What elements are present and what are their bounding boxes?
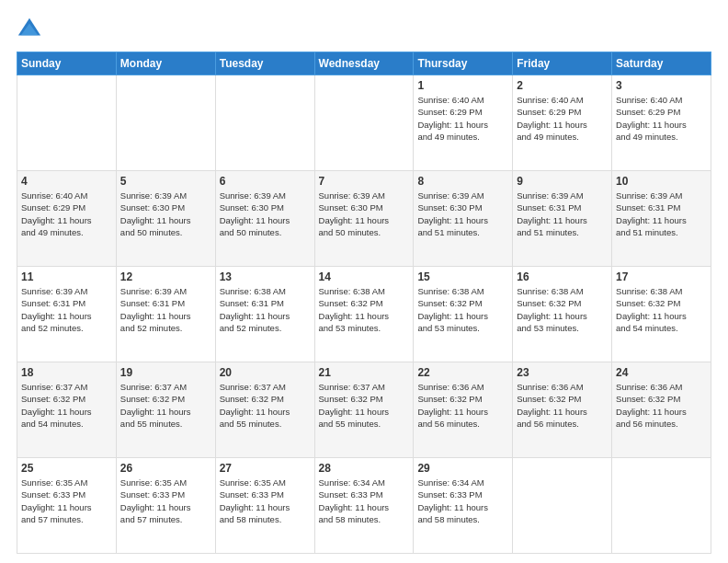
calendar-cell: 23Sunrise: 6:36 AM Sunset: 6:32 PM Dayli… (513, 362, 612, 458)
day-number: 20 (220, 366, 311, 379)
day-number: 13 (220, 270, 311, 283)
calendar-cell: 9Sunrise: 6:39 AM Sunset: 6:31 PM Daylig… (513, 171, 612, 267)
calendar-cell: 24Sunrise: 6:36 AM Sunset: 6:32 PM Dayli… (612, 362, 711, 458)
day-info: Sunrise: 6:34 AM Sunset: 6:33 PM Dayligh… (319, 477, 410, 525)
page: SundayMondayTuesdayWednesdayThursdayFrid… (0, 0, 728, 563)
calendar-cell: 5Sunrise: 6:39 AM Sunset: 6:30 PM Daylig… (116, 171, 215, 267)
day-number: 16 (517, 270, 608, 283)
day-number: 9 (517, 175, 608, 188)
day-number: 14 (319, 270, 410, 283)
day-number: 1 (417, 79, 508, 92)
day-number: 8 (417, 175, 508, 188)
day-info: Sunrise: 6:38 AM Sunset: 6:32 PM Dayligh… (616, 285, 707, 334)
day-info: Sunrise: 6:38 AM Sunset: 6:32 PM Dayligh… (417, 285, 508, 334)
day-info: Sunrise: 6:37 AM Sunset: 6:32 PM Dayligh… (220, 381, 311, 430)
day-header-thursday: Thursday (414, 52, 513, 75)
calendar-cell: 2Sunrise: 6:40 AM Sunset: 6:29 PM Daylig… (513, 75, 612, 171)
day-number: 12 (120, 270, 211, 283)
day-number: 29 (417, 462, 508, 475)
calendar-cell: 3Sunrise: 6:40 AM Sunset: 6:29 PM Daylig… (612, 75, 711, 171)
calendar-cell: 29Sunrise: 6:34 AM Sunset: 6:33 PM Dayli… (414, 458, 513, 554)
day-info: Sunrise: 6:39 AM Sunset: 6:30 PM Dayligh… (220, 190, 311, 238)
calendar-cell (314, 75, 414, 171)
calendar-cell: 28Sunrise: 6:34 AM Sunset: 6:33 PM Dayli… (314, 458, 414, 554)
calendar-cell: 14Sunrise: 6:38 AM Sunset: 6:32 PM Dayli… (314, 267, 414, 362)
day-number: 26 (120, 462, 211, 475)
calendar-cell: 17Sunrise: 6:38 AM Sunset: 6:32 PM Dayli… (612, 267, 711, 362)
calendar-cell: 1Sunrise: 6:40 AM Sunset: 6:29 PM Daylig… (414, 75, 513, 171)
day-info: Sunrise: 6:39 AM Sunset: 6:30 PM Dayligh… (417, 190, 508, 238)
calendar-cell: 25Sunrise: 6:35 AM Sunset: 6:33 PM Dayli… (17, 458, 117, 554)
calendar-cell (612, 458, 711, 554)
day-info: Sunrise: 6:37 AM Sunset: 6:32 PM Dayligh… (319, 381, 410, 430)
calendar-cell: 27Sunrise: 6:35 AM Sunset: 6:33 PM Dayli… (215, 458, 314, 554)
day-number: 21 (319, 366, 410, 379)
calendar-cell (513, 458, 612, 554)
day-info: Sunrise: 6:37 AM Sunset: 6:32 PM Dayligh… (120, 381, 211, 430)
calendar-table: SundayMondayTuesdayWednesdayThursdayFrid… (17, 52, 711, 554)
calendar-cell: 10Sunrise: 6:39 AM Sunset: 6:31 PM Dayli… (612, 171, 711, 267)
calendar-week-row: 11Sunrise: 6:39 AM Sunset: 6:31 PM Dayli… (17, 267, 711, 362)
day-info: Sunrise: 6:39 AM Sunset: 6:30 PM Dayligh… (120, 190, 211, 238)
day-info: Sunrise: 6:39 AM Sunset: 6:31 PM Dayligh… (616, 190, 707, 238)
calendar-cell: 4Sunrise: 6:40 AM Sunset: 6:29 PM Daylig… (17, 171, 117, 267)
calendar-week-row: 18Sunrise: 6:37 AM Sunset: 6:32 PM Dayli… (17, 362, 711, 458)
calendar-cell: 8Sunrise: 6:39 AM Sunset: 6:30 PM Daylig… (414, 171, 513, 267)
calendar-cell: 12Sunrise: 6:39 AM Sunset: 6:31 PM Dayli… (116, 267, 215, 362)
day-header-wednesday: Wednesday (314, 52, 414, 75)
day-number: 6 (220, 175, 311, 188)
day-number: 18 (21, 366, 112, 379)
calendar-cell: 26Sunrise: 6:35 AM Sunset: 6:33 PM Dayli… (116, 458, 215, 554)
day-number: 28 (319, 462, 410, 475)
calendar-cell: 7Sunrise: 6:39 AM Sunset: 6:30 PM Daylig… (314, 171, 414, 267)
day-number: 17 (616, 270, 707, 283)
calendar-week-row: 25Sunrise: 6:35 AM Sunset: 6:33 PM Dayli… (17, 458, 711, 554)
calendar-cell: 11Sunrise: 6:39 AM Sunset: 6:31 PM Dayli… (17, 267, 117, 362)
day-number: 25 (21, 462, 112, 475)
day-info: Sunrise: 6:36 AM Sunset: 6:32 PM Dayligh… (417, 381, 508, 430)
day-number: 22 (417, 366, 508, 379)
day-number: 7 (319, 175, 410, 188)
calendar-cell: 20Sunrise: 6:37 AM Sunset: 6:32 PM Dayli… (215, 362, 314, 458)
day-number: 24 (616, 366, 707, 379)
day-info: Sunrise: 6:36 AM Sunset: 6:32 PM Dayligh… (616, 381, 707, 430)
calendar-cell: 21Sunrise: 6:37 AM Sunset: 6:32 PM Dayli… (314, 362, 414, 458)
calendar-cell: 16Sunrise: 6:38 AM Sunset: 6:32 PM Dayli… (513, 267, 612, 362)
calendar-week-row: 1Sunrise: 6:40 AM Sunset: 6:29 PM Daylig… (17, 75, 711, 171)
day-info: Sunrise: 6:38 AM Sunset: 6:32 PM Dayligh… (517, 285, 608, 334)
header (17, 17, 711, 42)
day-number: 4 (21, 175, 112, 188)
calendar-cell (17, 75, 117, 171)
day-header-sunday: Sunday (17, 52, 117, 75)
day-info: Sunrise: 6:37 AM Sunset: 6:32 PM Dayligh… (21, 381, 112, 430)
day-info: Sunrise: 6:40 AM Sunset: 6:29 PM Dayligh… (21, 190, 112, 238)
day-number: 27 (220, 462, 311, 475)
calendar-cell (215, 75, 314, 171)
day-number: 5 (120, 175, 211, 188)
day-header-saturday: Saturday (612, 52, 711, 75)
day-info: Sunrise: 6:39 AM Sunset: 6:31 PM Dayligh… (120, 285, 211, 334)
calendar-cell: 6Sunrise: 6:39 AM Sunset: 6:30 PM Daylig… (215, 171, 314, 267)
day-header-monday: Monday (116, 52, 215, 75)
day-info: Sunrise: 6:39 AM Sunset: 6:31 PM Dayligh… (21, 285, 112, 334)
calendar-cell (116, 75, 215, 171)
day-info: Sunrise: 6:35 AM Sunset: 6:33 PM Dayligh… (220, 477, 311, 525)
day-info: Sunrise: 6:39 AM Sunset: 6:31 PM Dayligh… (517, 190, 608, 238)
day-header-friday: Friday (513, 52, 612, 75)
day-info: Sunrise: 6:39 AM Sunset: 6:30 PM Dayligh… (319, 190, 410, 238)
calendar-header-row: SundayMondayTuesdayWednesdayThursdayFrid… (17, 52, 711, 75)
day-info: Sunrise: 6:40 AM Sunset: 6:29 PM Dayligh… (517, 94, 608, 143)
calendar-cell: 19Sunrise: 6:37 AM Sunset: 6:32 PM Dayli… (116, 362, 215, 458)
day-info: Sunrise: 6:35 AM Sunset: 6:33 PM Dayligh… (120, 477, 211, 525)
day-number: 19 (120, 366, 211, 379)
day-number: 2 (517, 79, 608, 92)
day-number: 15 (417, 270, 508, 283)
day-number: 3 (616, 79, 707, 92)
day-info: Sunrise: 6:40 AM Sunset: 6:29 PM Dayligh… (616, 94, 707, 143)
day-info: Sunrise: 6:36 AM Sunset: 6:32 PM Dayligh… (517, 381, 608, 430)
day-info: Sunrise: 6:34 AM Sunset: 6:33 PM Dayligh… (417, 477, 508, 525)
day-number: 23 (517, 366, 608, 379)
logo (17, 17, 46, 42)
logo-icon (17, 17, 42, 42)
day-number: 10 (616, 175, 707, 188)
